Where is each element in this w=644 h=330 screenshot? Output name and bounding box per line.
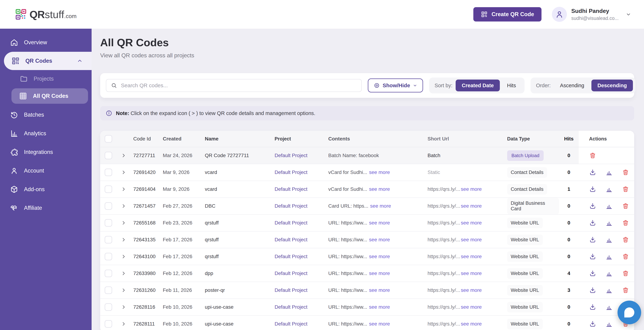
see-more-link[interactable]: see more — [461, 304, 482, 310]
sidebar-item-qr-codes[interactable]: QR Codes — [4, 52, 92, 70]
expand-icon[interactable] — [121, 254, 126, 259]
download-button[interactable] — [589, 320, 596, 327]
sidebar-item-all-qr-codes[interactable]: All QR Codes — [12, 88, 88, 104]
show-hide-button[interactable]: Show/Hide — [368, 78, 423, 92]
download-button[interactable] — [589, 236, 596, 243]
project-link[interactable]: Default Project — [274, 304, 308, 310]
sidebar-item-integrations[interactable]: Integrations — [0, 143, 92, 161]
expand-icon[interactable] — [121, 321, 126, 326]
see-more-link[interactable]: see more — [369, 254, 390, 259]
analytics-button[interactable] — [606, 169, 613, 176]
analytics-button[interactable] — [606, 253, 613, 260]
see-more-link[interactable]: see more — [369, 186, 390, 192]
delete-button[interactable] — [622, 219, 629, 226]
delete-button[interactable] — [622, 203, 629, 210]
analytics-button[interactable] — [606, 236, 613, 243]
row-checkbox[interactable] — [105, 186, 112, 193]
expand-icon[interactable] — [121, 304, 126, 310]
delete-button[interactable] — [622, 169, 629, 176]
row-checkbox[interactable] — [105, 286, 112, 294]
row-checkbox[interactable] — [105, 219, 112, 227]
see-more-link[interactable]: see more — [369, 304, 390, 310]
download-button[interactable] — [589, 303, 596, 311]
project-link[interactable]: Default Project — [274, 237, 308, 243]
see-more-link[interactable]: see more — [369, 287, 390, 293]
delete-button[interactable] — [622, 287, 629, 294]
expand-icon[interactable] — [121, 187, 126, 192]
sidebar-item-account[interactable]: Account — [0, 161, 92, 180]
row-checkbox[interactable] — [105, 236, 112, 243]
sidebar-item-analytics[interactable]: Analytics — [0, 124, 92, 143]
row-checkbox[interactable] — [105, 303, 112, 311]
see-more-link[interactable]: see more — [461, 203, 482, 209]
project-link[interactable]: Default Project — [274, 153, 308, 158]
row-checkbox[interactable] — [105, 320, 112, 328]
download-button[interactable] — [589, 169, 596, 176]
analytics-button[interactable] — [606, 287, 613, 294]
see-more-link[interactable]: see more — [369, 220, 390, 226]
sort-option-created-date[interactable]: Created Date — [456, 80, 500, 91]
project-link[interactable]: Default Project — [274, 203, 308, 209]
see-more-link[interactable]: see more — [369, 321, 390, 327]
analytics-button[interactable] — [606, 320, 613, 327]
see-more-link[interactable]: see more — [461, 254, 482, 259]
sidebar-item-add-ons[interactable]: Add-ons — [0, 180, 92, 199]
row-checkbox[interactable] — [105, 202, 112, 210]
expand-icon[interactable] — [121, 271, 126, 276]
analytics-button[interactable] — [606, 270, 613, 277]
row-checkbox[interactable] — [105, 270, 112, 277]
select-all-checkbox[interactable] — [105, 135, 112, 143]
analytics-button[interactable] — [606, 303, 613, 311]
see-more-link[interactable]: see more — [461, 220, 482, 226]
see-more-link[interactable]: see more — [461, 186, 482, 192]
see-more-link[interactable]: see more — [461, 237, 482, 243]
delete-button[interactable] — [622, 186, 629, 193]
analytics-button[interactable] — [606, 203, 613, 210]
analytics-button[interactable] — [606, 219, 613, 226]
see-more-link[interactable]: see more — [461, 321, 482, 327]
row-checkbox[interactable] — [105, 253, 112, 260]
expand-icon[interactable] — [121, 170, 126, 175]
see-more-link[interactable]: see more — [461, 287, 482, 293]
sidebar-item-projects[interactable]: Projects — [0, 70, 92, 88]
see-more-link[interactable]: see more — [369, 270, 390, 276]
analytics-button[interactable] — [606, 186, 613, 193]
create-qr-button[interactable]: Create QR Code — [473, 7, 542, 22]
delete-button[interactable] — [589, 152, 596, 159]
sidebar-item-affiliate[interactable]: Affiliate — [0, 199, 92, 217]
project-link[interactable]: Default Project — [274, 270, 308, 276]
delete-button[interactable] — [622, 236, 629, 243]
order-option-ascending[interactable]: Ascending — [554, 80, 590, 91]
expand-icon[interactable] — [121, 203, 126, 209]
chevron-down-icon[interactable] — [626, 12, 631, 17]
see-more-link[interactable]: see more — [369, 237, 390, 243]
expand-icon[interactable] — [121, 220, 126, 226]
sort-option-hits[interactable]: Hits — [501, 80, 522, 91]
see-more-link[interactable]: see more — [370, 203, 391, 209]
project-link[interactable]: Default Project — [274, 254, 308, 259]
download-button[interactable] — [589, 253, 596, 260]
project-link[interactable]: Default Project — [274, 287, 308, 293]
download-button[interactable] — [589, 219, 596, 226]
project-link[interactable]: Default Project — [274, 220, 308, 226]
download-button[interactable] — [589, 203, 596, 210]
order-option-descending[interactable]: Descending — [592, 80, 633, 91]
see-more-link[interactable]: see more — [461, 270, 482, 276]
sidebar-item-overview[interactable]: Overview — [0, 33, 92, 52]
chat-launcher[interactable] — [618, 301, 641, 324]
row-checkbox[interactable] — [105, 169, 112, 176]
project-link[interactable]: Default Project — [274, 186, 308, 192]
see-more-link[interactable]: see more — [369, 170, 390, 175]
expand-icon[interactable] — [121, 287, 126, 293]
download-button[interactable] — [589, 186, 596, 193]
delete-button[interactable] — [622, 270, 629, 277]
expand-icon[interactable] — [121, 237, 126, 242]
expand-icon[interactable] — [121, 153, 126, 158]
project-link[interactable]: Default Project — [274, 170, 308, 175]
sidebar-item-batches[interactable]: Batches — [0, 105, 92, 124]
user-menu[interactable]: Sudhi Pandey sudhi@visualead.co... — [552, 7, 631, 22]
download-button[interactable] — [589, 287, 596, 294]
download-button[interactable] — [589, 270, 596, 277]
project-link[interactable]: Default Project — [274, 321, 308, 327]
search-input[interactable] — [120, 82, 357, 89]
